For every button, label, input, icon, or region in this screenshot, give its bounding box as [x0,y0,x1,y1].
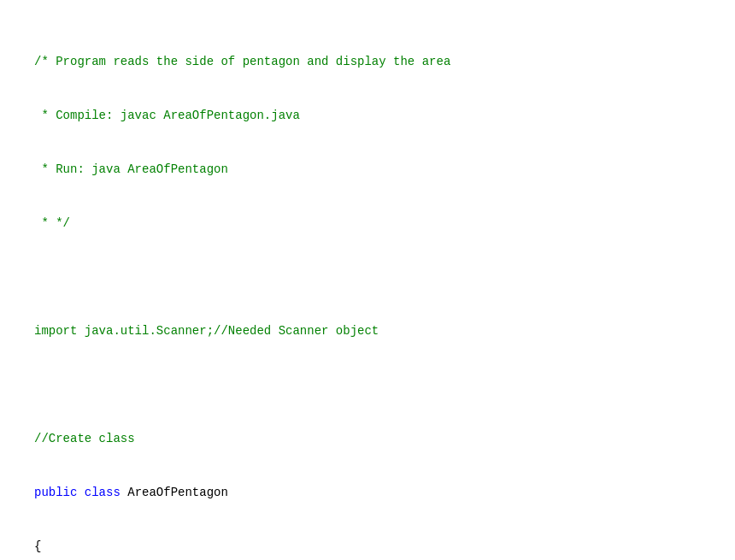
line-3: * Run: java AreaOfPentagon [34,161,701,179]
code-container: /* Program reads the side of pentagon an… [0,0,735,560]
line-5 [34,268,701,286]
line-1: /* Program reads the side of pentagon an… [34,53,701,71]
classname: AreaOfPentagon [127,486,228,499]
line-4: * */ [34,215,701,233]
line-8: //Create class [34,430,701,448]
line-2: * Compile: javac AreaOfPentagon.java [34,107,701,125]
code-block: /* Program reads the side of pentagon an… [34,17,701,560]
keyword-public: public [34,486,85,499]
line-7 [34,376,701,394]
line-10: { [34,538,701,556]
line-6: import java.util.Scanner;//Needed Scanne… [34,322,701,340]
keyword-class: class [85,486,127,499]
line-9: public class AreaOfPentagon [34,484,701,502]
